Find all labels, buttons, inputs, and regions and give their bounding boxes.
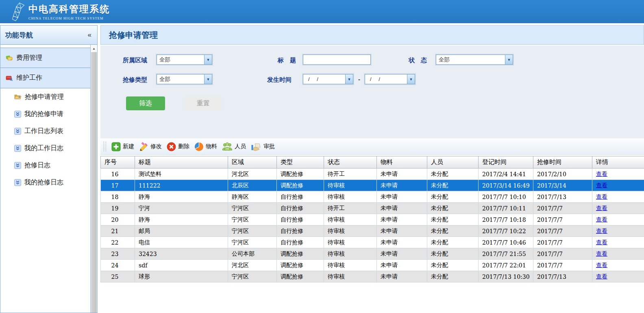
sidebar-item-my-repair-requests[interactable]: 我的抢修申请 — [0, 105, 90, 123]
view-detail-link[interactable]: 查看 — [596, 205, 607, 211]
occur-time-label: 发生时间 — [267, 76, 292, 84]
edit-button[interactable]: 修改 — [138, 141, 165, 152]
double-chevron-badge-icon — [14, 179, 21, 186]
sidebar-item-my-work-logs[interactable]: 我的工作日志 — [0, 140, 90, 157]
cell-seq: 18 — [101, 191, 135, 203]
scroll-up-arrow-icon[interactable]: ▲ — [91, 45, 97, 52]
cell-staff: 未分配 — [427, 237, 479, 248]
cell-seq: 24 — [101, 260, 135, 271]
toolbar-button-label: 审批 — [263, 143, 275, 150]
table-row[interactable]: 18静海静海区自行抢修待审核未申请未分配2017/7/7 10:102017/7… — [101, 191, 644, 203]
cell-detail: 查看 — [592, 237, 644, 248]
sidebar-item-repair-request-management[interactable]: 抢修申请管理 — [0, 88, 90, 105]
column-header[interactable]: 状态 — [324, 156, 377, 169]
sidebar: 费用管理 维护工作 抢修申请管理 — [0, 45, 98, 313]
sidebar-item-repair-logs[interactable]: 抢修日志 — [0, 157, 90, 174]
column-header[interactable]: 人员 — [427, 156, 479, 169]
app-subtitle: CHINA TELECOM HIGH TECH SYSTEM — [28, 16, 110, 20]
column-header[interactable]: 物料 — [377, 156, 427, 169]
cell-area: 河北区 — [228, 260, 277, 271]
cell-type: 自行抢修 — [277, 237, 324, 248]
sidebar-item-my-repair-logs[interactable]: 我的抢修日志 — [0, 174, 90, 191]
sidebar-group-fee[interactable]: 费用管理 — [0, 48, 90, 68]
column-header[interactable]: 详情 — [592, 156, 644, 169]
cell-area: 宁河区 — [228, 214, 277, 225]
cell-detail: 查看 — [592, 271, 644, 282]
date-from-picker[interactable]: / / ▼ — [303, 74, 353, 84]
cell-status: 待审核 — [324, 191, 377, 203]
table-row[interactable]: 24sdf河北区调配抢修待审核未申请未分配2017/7/7 22:012017/… — [101, 260, 644, 271]
reset-button[interactable]: 重置 — [185, 96, 222, 110]
view-detail-link[interactable]: 查看 — [596, 239, 607, 245]
table-row[interactable]: 22电信宁河区自行抢修待审核未申请未分配2017/7/7 10:462017/7… — [101, 237, 644, 248]
sidebar-item-label: 抢修申请管理 — [25, 93, 64, 101]
repair-type-label: 抢修类型 — [123, 76, 147, 84]
column-header[interactable]: 标题 — [135, 156, 228, 169]
column-header[interactable]: 类型 — [277, 156, 324, 169]
column-header[interactable]: 抢修时间 — [533, 156, 592, 169]
sidebar-scrollbar[interactable]: ▲ — [90, 45, 97, 313]
chevron-down-icon[interactable]: ▼ — [204, 55, 212, 64]
column-header[interactable]: 登记时间 — [479, 156, 533, 169]
cell-area: 北辰区 — [228, 180, 277, 191]
cell-staff: 未分配 — [427, 248, 479, 260]
chevron-down-icon[interactable]: ▼ — [505, 55, 513, 64]
status-select[interactable]: 全部 ▼ — [436, 55, 513, 65]
toolbar-button-label: 新建 — [123, 143, 134, 150]
cell-seq: 16 — [101, 169, 135, 180]
repair-type-select-value: 全部 — [157, 76, 204, 83]
staff-button[interactable]: 人员 — [221, 141, 250, 152]
view-detail-link[interactable]: 查看 — [596, 228, 607, 234]
filter-button[interactable]: 筛选 — [126, 96, 165, 110]
column-header[interactable]: 区域 — [228, 156, 277, 169]
approve-button[interactable]: 审批 — [250, 141, 278, 152]
cell-type: 自行抢修 — [277, 203, 324, 214]
view-detail-link[interactable]: 查看 — [596, 262, 607, 268]
chevron-down-icon[interactable]: ▼ — [407, 74, 415, 84]
cell-material: 未申请 — [377, 260, 427, 271]
view-detail-link[interactable]: 查看 — [596, 193, 607, 200]
chevron-down-icon[interactable]: ▼ — [204, 74, 212, 84]
scrollbar-thumb[interactable] — [91, 52, 97, 313]
view-detail-link[interactable]: 查看 — [596, 250, 607, 257]
material-button[interactable]: 物料 — [193, 141, 221, 152]
cell-staff: 未分配 — [427, 203, 479, 214]
area-select[interactable]: 全部 ▼ — [157, 55, 212, 65]
cell-type: 调配抢修 — [277, 248, 324, 260]
toolbar-grip-handle[interactable] — [104, 142, 106, 151]
cell-material: 未申请 — [377, 248, 427, 260]
cell-material: 未申请 — [377, 169, 427, 180]
view-detail-link[interactable]: 查看 — [596, 182, 607, 188]
sidebar-item-work-log-list[interactable]: 工作日志列表 — [0, 123, 90, 140]
table-row[interactable]: 16测试垫料河北区调配抢修待开工未申请未分配2017/2/4 14:412017… — [101, 169, 644, 180]
sidebar-collapse-button[interactable]: « — [88, 31, 91, 39]
cell-staff: 未分配 — [427, 169, 479, 180]
toolbar-button-label: 物料 — [206, 143, 217, 150]
view-detail-link[interactable]: 查看 — [596, 171, 607, 177]
sidebar-group-maintenance[interactable]: 维护工作 — [0, 68, 90, 88]
new-button[interactable]: 新建 — [110, 141, 138, 152]
date-to-picker[interactable]: / / ▼ — [365, 74, 415, 84]
cell-type: 自行抢修 — [277, 191, 324, 203]
table-row[interactable]: 25球形宁河区调配抢修待审核未申请未分配2017/7/13 10:302017/… — [101, 271, 644, 282]
sidebar-title: 功能导航 — [5, 31, 33, 40]
cell-title: 宁河 — [135, 203, 228, 214]
table-row[interactable]: 20静海宁河区自行抢修待审核未申请未分配2017/7/7 10:182017/7… — [101, 214, 644, 225]
chevron-down-icon[interactable]: ▼ — [345, 74, 353, 84]
date-to-value: / / — [365, 76, 407, 82]
view-detail-link[interactable]: 查看 — [596, 273, 607, 280]
delete-button[interactable]: 删除 — [165, 141, 193, 152]
table-row[interactable]: 17111222北辰区调配抢修待审核未申请未分配2017/3/14 16:492… — [101, 180, 644, 191]
cell-detail: 查看 — [592, 248, 644, 260]
brand-logo-icon — [11, 2, 27, 22]
table-row[interactable]: 21邮局宁河区自行抢修待审核未申请未分配2017/7/7 10:222017/7… — [101, 225, 644, 237]
double-chevron-badge-icon — [14, 162, 21, 169]
repair-type-select[interactable]: 全部 ▼ — [157, 74, 212, 84]
table-row[interactable]: 2332423公司本部调配抢修待审核未申请未分配2017/7/7 21:5520… — [101, 248, 644, 260]
column-header[interactable]: 序号 — [101, 156, 135, 169]
cell-seq: 22 — [101, 237, 135, 248]
view-detail-link[interactable]: 查看 — [596, 216, 607, 223]
table-row[interactable]: 19宁河宁河区自行抢修待开工未申请未分配2017/7/7 10:112017/7… — [101, 203, 644, 214]
cell-reg-time: 2017/7/7 10:11 — [479, 203, 533, 214]
title-input[interactable] — [303, 55, 371, 65]
